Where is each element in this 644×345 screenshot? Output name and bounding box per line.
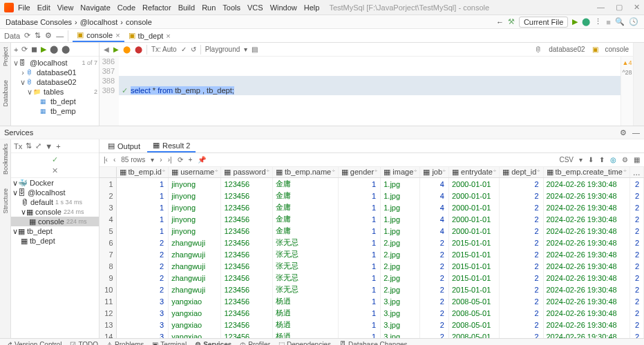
toolwin-version-control[interactable]: ⎇Version Control xyxy=(4,341,61,345)
svc-node-tb_dept[interactable]: ▦tb_dept xyxy=(11,236,99,246)
tree-refresh-icon[interactable]: ⟳ xyxy=(21,45,28,54)
menu-help[interactable]: Help xyxy=(304,3,320,12)
tree-tx-icon[interactable]: ⬤ xyxy=(50,45,58,54)
first-page-icon[interactable]: |‹ xyxy=(104,156,108,164)
bookmarks-toolwindow[interactable]: Bookmarks xyxy=(2,144,9,175)
col-job[interactable]: ▦ job÷ xyxy=(420,167,449,178)
svc-node-console[interactable]: ▦console224 ms xyxy=(11,217,99,226)
table-row[interactable]: 31jinyong123456金庸11.jpg42000-01-0122024-… xyxy=(100,201,644,213)
tx-mode-dropdown[interactable]: Tx: Auto xyxy=(151,46,177,53)
playground-dropdown[interactable]: Playground xyxy=(205,46,240,53)
col-username[interactable]: ▦ username÷ xyxy=(169,167,221,178)
db-node-database02[interactable]: ∨🛢database02 xyxy=(11,77,99,87)
services-label[interactable]: Services xyxy=(4,128,33,137)
svc-node-default[interactable]: 🛢default1 s 34 ms xyxy=(11,197,99,207)
execute-button-icon[interactable]: ▶ xyxy=(113,46,119,53)
tab-console[interactable]: ▣console× xyxy=(73,30,124,42)
menu-navigate[interactable]: Navigate xyxy=(80,3,110,12)
result-tab-output[interactable]: ▤Output xyxy=(102,140,146,152)
tree-play-icon[interactable]: ▶ xyxy=(41,45,46,54)
table-row[interactable]: 21jinyong123456金庸11.jpg42000-01-0122024-… xyxy=(100,190,644,201)
more-icon[interactable]: ⋮ xyxy=(594,17,602,26)
toolwin-dependencies[interactable]: ⬚Dependencies xyxy=(278,341,331,345)
menu-view[interactable]: View xyxy=(57,3,74,12)
toolwin-profiler[interactable]: ◷Profiler xyxy=(240,341,270,345)
project-toolwindow[interactable]: Project xyxy=(2,47,9,66)
pin-icon[interactable]: 📌 xyxy=(198,156,206,164)
col-password[interactable]: ▦ password÷ xyxy=(221,167,272,178)
svc-expand-icon[interactable]: ⤢ xyxy=(35,141,41,150)
svc-node-console[interactable]: ∨▦console224 ms xyxy=(11,207,99,217)
target-icon[interactable]: ◎ xyxy=(610,156,616,164)
svc-cross-icon[interactable]: ✕ xyxy=(52,166,58,175)
col-gender[interactable]: ▦ gender÷ xyxy=(338,167,380,178)
menu-code[interactable]: Code xyxy=(117,3,135,12)
svc-settings-icon[interactable]: ⚙ xyxy=(620,128,627,137)
table-row[interactable]: 82zhangwuji123456张无忌12.jpg22015-01-01220… xyxy=(100,260,644,272)
chevron-down-icon[interactable]: ▾ xyxy=(244,46,247,53)
db-node-tables[interactable]: ∨📁tables2 xyxy=(11,87,99,97)
db-node-tb_emp[interactable]: ▦tb_emp xyxy=(11,106,99,116)
svc-node-Docker[interactable]: ∨🐳Docker xyxy=(11,178,99,188)
db-node-database01[interactable]: ›🛢database01 xyxy=(11,68,99,77)
schema-label[interactable]: database02 xyxy=(549,46,585,53)
export-format[interactable]: CSV xyxy=(559,156,574,164)
table-row[interactable]: 143yangxiao123456杨逍13.jpg22008-05-012202… xyxy=(100,331,644,338)
breadcrumb-console[interactable]: console xyxy=(126,18,152,26)
tab-tb_dept[interactable]: ▣tb_dept× xyxy=(124,30,175,42)
svc-node-tb_dept[interactable]: ∨▦tb_dept xyxy=(11,226,99,236)
col-entrydate[interactable]: ▦ entrydate÷ xyxy=(448,167,499,178)
run-config-dropdown[interactable]: Current File xyxy=(519,17,568,28)
breadcrumb-host[interactable]: @localhost xyxy=(80,18,118,26)
menu-run[interactable]: Run xyxy=(202,3,216,12)
table-row[interactable]: 72zhangwuji123456张无忌12.jpg22015-01-01220… xyxy=(100,248,644,260)
menu-build[interactable]: Build xyxy=(178,3,195,12)
ed-back-icon[interactable]: ◀ xyxy=(104,46,109,53)
table-row[interactable]: 133yangxiao123456杨逍13.jpg22008-05-012202… xyxy=(100,319,644,331)
table-row[interactable]: 102zhangwuji123456张无忌12.jpg22015-01-0122… xyxy=(100,284,644,295)
result-tab-result-2[interactable]: ▦Result 2 xyxy=(147,140,196,152)
settings-icon[interactable]: ⚙ xyxy=(45,31,52,40)
hammer-icon[interactable]: ⚒ xyxy=(508,17,515,26)
col-dept_id[interactable]: ▦ dept_id÷ xyxy=(500,167,543,178)
download-icon[interactable]: ⬇ xyxy=(588,156,594,164)
minus-icon[interactable]: — xyxy=(56,32,64,40)
breadcrumb-db[interactable]: Database Consoles xyxy=(6,18,72,26)
notify-icon[interactable]: 🕓 xyxy=(629,17,638,26)
menu-vcs[interactable]: VCS xyxy=(247,3,263,12)
grid-settings-icon[interactable]: ⚙ xyxy=(622,156,628,164)
col-tb_emp-id[interactable]: ▦ tb_emp.id÷ xyxy=(116,167,169,178)
svc-filter-icon[interactable]: ▼ xyxy=(45,142,53,150)
svc-hide-icon[interactable]: — xyxy=(632,128,640,137)
menu-tools[interactable]: Tools xyxy=(222,3,240,12)
filter-icon[interactable]: ⇅ xyxy=(35,31,41,40)
run-button-icon[interactable]: ▶ xyxy=(572,17,578,26)
table-row[interactable]: 92zhangwuji123456张无忌12.jpg22015-01-01220… xyxy=(100,272,644,284)
svc-link-icon[interactable]: ⇅ xyxy=(26,141,32,150)
debug-button-icon[interactable]: ⬤ xyxy=(582,17,590,26)
close-icon[interactable]: ✕ xyxy=(634,3,640,12)
add-row-icon[interactable]: + xyxy=(189,156,193,164)
back-icon[interactable]: ← xyxy=(496,18,504,26)
toolwin-problems[interactable]: ⚠Problems xyxy=(106,341,144,345)
menu-window[interactable]: Window xyxy=(270,3,297,12)
toolwin-terminal[interactable]: ▣Terminal xyxy=(152,341,187,345)
table-row[interactable]: 62zhangwuji123456张无忌12.jpg22015-01-01220… xyxy=(100,237,644,248)
layout-icon[interactable]: ▤ xyxy=(252,46,258,53)
col-tb_emp-create_time[interactable]: ▦ tb_emp.create_time÷ xyxy=(543,167,629,178)
menu-refactor[interactable]: Refactor xyxy=(142,3,171,12)
prev-page-icon[interactable]: ‹ xyxy=(113,156,115,164)
table-row[interactable]: 123yangxiao123456杨逍13.jpg22008-05-012202… xyxy=(100,307,644,319)
db-node-@localhost[interactable]: ∨🗄@localhost1 of 7 xyxy=(11,58,99,68)
search-icon[interactable]: 🔍 xyxy=(615,17,625,26)
menu-edit[interactable]: Edit xyxy=(37,3,50,12)
col-image[interactable]: ▦ image÷ xyxy=(381,167,420,178)
stop-icon[interactable]: ■ xyxy=(606,18,611,26)
table-row[interactable]: 51jinyong123456金庸11.jpg42000-01-0122024-… xyxy=(100,225,644,237)
database-toolwindow[interactable]: Database xyxy=(2,80,9,107)
table-row[interactable]: 11jinyong123456金庸11.jpg42000-01-0122024-… xyxy=(100,178,644,190)
toolwin-services[interactable]: ⚙Services xyxy=(195,341,231,345)
table-row[interactable]: 41jinyong123456金庸11.jpg42000-01-0122024-… xyxy=(100,213,644,225)
svc-node-@localhost[interactable]: ∨🗄@localhost xyxy=(11,188,99,197)
rollback-icon[interactable]: ⬤ xyxy=(135,46,142,53)
